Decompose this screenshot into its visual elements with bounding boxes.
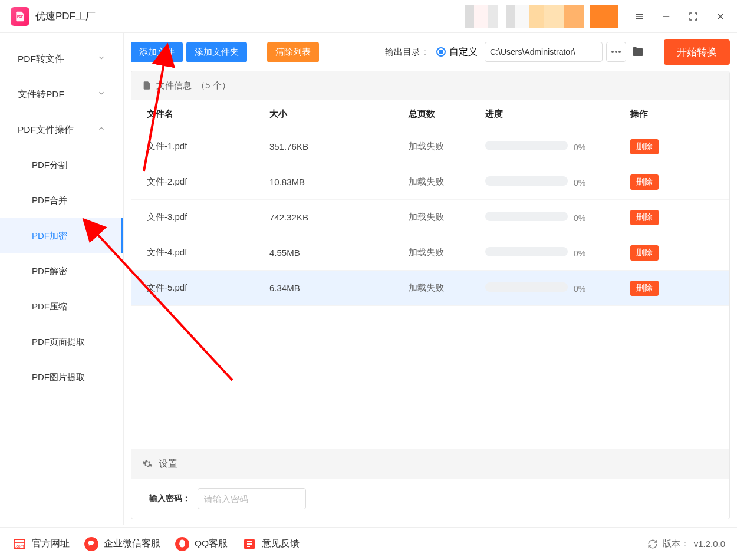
add-folder-button[interactable]: 添加文件夹 xyxy=(186,42,247,62)
cell-progress: 0% xyxy=(485,176,630,187)
cell-action: 删除 xyxy=(630,281,729,296)
progress-bar xyxy=(485,212,568,221)
footer-feedback[interactable]: 意见反馈 xyxy=(242,536,300,552)
svg-point-9 xyxy=(618,51,621,53)
cell-size: 742.32KB xyxy=(269,212,409,222)
sidebar-item-label: PDF图片提取 xyxy=(32,372,85,383)
cell-pages: 加载失败 xyxy=(409,176,485,187)
cell-progress: 0% xyxy=(485,282,630,294)
progress-text: 0% xyxy=(574,284,585,294)
footer-wechat-support[interactable]: 企业微信客服 xyxy=(84,536,160,552)
sidebar-main-label: 文件转PDF xyxy=(18,88,64,101)
sidebar-item-pdf-decrypt[interactable]: PDF解密 xyxy=(0,253,123,289)
chevron-down-icon xyxy=(97,89,106,100)
banner-area xyxy=(465,5,618,28)
cell-action: 删除 xyxy=(630,139,729,154)
footer-official-site[interactable]: .com 官方网址 xyxy=(12,536,70,552)
progress-bar xyxy=(485,247,568,256)
sidebar-main-pdf-ops[interactable]: PDF文件操作 xyxy=(0,112,123,147)
close-icon[interactable] xyxy=(715,11,726,22)
sidebar-item-pdf-merge[interactable]: PDF合并 xyxy=(0,183,123,218)
settings-header: 设置 xyxy=(131,449,729,479)
titlebar: PDF 优速PDF工厂 xyxy=(0,0,737,33)
feedback-icon xyxy=(242,536,257,552)
qq-icon xyxy=(175,536,190,552)
table-row[interactable]: 文件-4.pdf4.55MB加载失败0%删除 xyxy=(131,235,729,271)
col-pages: 总页数 xyxy=(409,108,485,120)
sidebar-main-label: PDF文件操作 xyxy=(18,124,74,136)
sidebar-main-pdf-to-file[interactable]: PDF转文件 xyxy=(0,41,123,77)
cell-pages: 加载失败 xyxy=(409,141,485,152)
add-file-button[interactable]: 添加文件 xyxy=(131,42,183,62)
cell-name: 文件-5.pdf xyxy=(131,282,269,294)
minimize-icon[interactable] xyxy=(660,11,672,22)
start-convert-button[interactable]: 开始转换 xyxy=(664,39,730,65)
cell-name: 文件-4.pdf xyxy=(131,247,269,258)
sidebar-item-pdf-compress[interactable]: PDF压缩 xyxy=(0,289,123,324)
col-name: 文件名 xyxy=(131,108,269,120)
delete-button[interactable]: 删除 xyxy=(630,174,659,190)
progress-text: 0% xyxy=(574,249,585,258)
cell-progress: 0% xyxy=(485,247,630,258)
table-row[interactable]: 文件-3.pdf742.32KB加载失败0%删除 xyxy=(131,200,729,235)
sidebar-item-label: PDF压缩 xyxy=(32,301,67,312)
col-action: 操作 xyxy=(630,108,729,120)
output-path-input[interactable] xyxy=(485,42,603,62)
cell-pages: 加载失败 xyxy=(409,247,485,258)
progress-text: 0% xyxy=(574,178,585,187)
cell-progress: 0% xyxy=(485,141,630,152)
delete-button[interactable]: 删除 xyxy=(630,245,659,261)
cell-name: 文件-1.pdf xyxy=(131,141,269,152)
svg-point-8 xyxy=(615,51,617,53)
sidebar-item-label: PDF分割 xyxy=(32,160,67,171)
sidebar-item-pdf-encrypt[interactable]: PDF加密 xyxy=(0,218,123,253)
footer: .com 官方网址 企业微信客服 QQ客服 意见反馈 版本： v1.2.0.0 xyxy=(0,527,737,560)
output-custom-radio[interactable]: 自定义 xyxy=(436,46,478,58)
delete-button[interactable]: 删除 xyxy=(630,210,659,225)
svg-text:.com: .com xyxy=(15,544,24,548)
cell-name: 文件-2.pdf xyxy=(131,176,269,187)
version-value: v1.2.0.0 xyxy=(694,539,725,549)
cell-size: 6.34MB xyxy=(269,283,409,293)
footer-link-label: 官方网址 xyxy=(32,538,70,550)
cell-pages: 加载失败 xyxy=(409,282,485,294)
fullscreen-icon[interactable] xyxy=(687,11,699,22)
clear-list-button[interactable]: 清除列表 xyxy=(267,42,319,62)
sidebar-item-label: PDF合并 xyxy=(32,195,67,206)
wechat-icon xyxy=(84,536,99,552)
sidebar-item-label: PDF加密 xyxy=(32,230,67,242)
cell-progress: 0% xyxy=(485,212,630,223)
chevron-down-icon xyxy=(97,54,106,64)
sidebar: PDF转文件 文件转PDF PDF文件操作 PDF分割 PDF合并 PDF加密 … xyxy=(0,33,124,525)
table-row[interactable]: 文件-2.pdf10.83MB加载失败0%删除 xyxy=(131,164,729,200)
footer-link-label: QQ客服 xyxy=(195,538,228,550)
cell-size: 351.76KB xyxy=(269,141,409,151)
table-row[interactable]: 文件-5.pdf6.34MB加载失败0%删除 xyxy=(131,271,729,306)
menu-icon[interactable] xyxy=(633,11,645,22)
svg-text:PDF: PDF xyxy=(17,14,23,18)
app-logo-icon: PDF xyxy=(11,7,29,26)
browse-button[interactable] xyxy=(606,42,626,62)
settings-title: 设置 xyxy=(159,458,177,470)
sidebar-main-file-to-pdf[interactable]: 文件转PDF xyxy=(0,77,123,112)
sidebar-item-label: PDF页面提取 xyxy=(32,337,85,348)
main-panel: 添加文件 添加文件夹 清除列表 输出目录： 自定义 开始转换 文件信息（5 个）… xyxy=(124,33,737,525)
sidebar-item-label: PDF解密 xyxy=(32,266,67,277)
refresh-icon[interactable] xyxy=(647,539,658,549)
footer-qq-support[interactable]: QQ客服 xyxy=(175,536,228,552)
delete-button[interactable]: 删除 xyxy=(630,281,659,296)
table-row[interactable]: 文件-1.pdf351.76KB加载失败0%删除 xyxy=(131,129,729,164)
sidebar-item-pdf-split[interactable]: PDF分割 xyxy=(0,147,123,183)
delete-button[interactable]: 删除 xyxy=(630,139,659,154)
col-progress: 进度 xyxy=(485,108,630,120)
sidebar-item-pdf-image-extract[interactable]: PDF图片提取 xyxy=(0,360,123,395)
radio-checked-icon xyxy=(436,47,446,57)
open-folder-icon[interactable] xyxy=(630,44,646,60)
progress-text: 0% xyxy=(574,213,585,223)
toolbar: 添加文件 添加文件夹 清除列表 输出目录： 自定义 开始转换 xyxy=(124,33,737,71)
cell-action: 删除 xyxy=(630,245,729,261)
progress-bar xyxy=(485,282,568,292)
password-input[interactable] xyxy=(198,488,306,509)
sidebar-item-pdf-page-extract[interactable]: PDF页面提取 xyxy=(0,324,123,360)
cell-action: 删除 xyxy=(630,174,729,190)
